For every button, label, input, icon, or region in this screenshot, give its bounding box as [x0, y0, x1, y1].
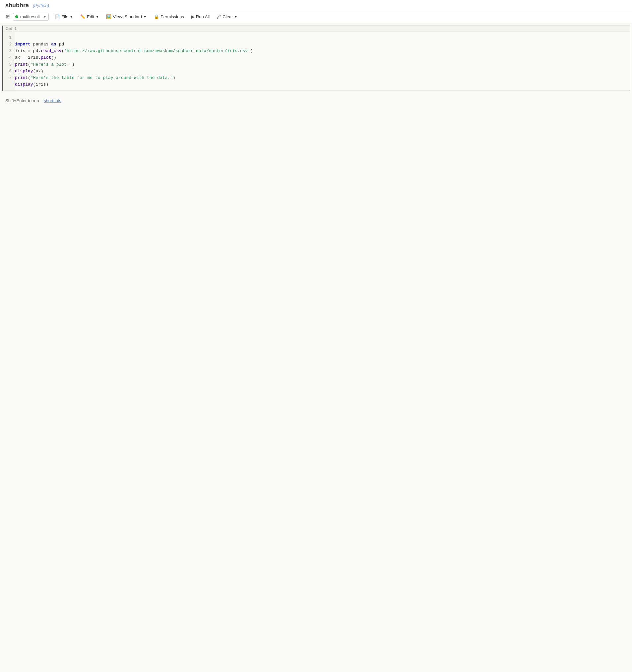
eraser-icon: 🖊	[217, 14, 221, 19]
chevron-down-icon: ▼	[143, 15, 147, 19]
notebook-icon: ⊞	[6, 14, 10, 20]
view-icon: 🖼️	[106, 14, 112, 19]
code-cell-body[interactable]: 1 2 3 4 5 6 7 import pandas as pd iris =…	[3, 32, 630, 91]
app-subtitle: (Python)	[33, 3, 49, 8]
view-menu-button[interactable]: 🖼️ View: Standard ▼	[103, 13, 150, 21]
line-numbers: 1 2 3 4 5 6 7	[3, 32, 15, 91]
file-menu-button[interactable]: 📄 File ▼	[51, 13, 76, 21]
toolbar: ⊞ multiresult ▼ 📄 File ▼ ✏️ Edit ▼ 🖼️ Vi…	[0, 11, 632, 22]
chevron-down-icon: ▼	[43, 15, 46, 19]
code-editor[interactable]: import pandas as pd iris = pd.read_csv('…	[15, 32, 630, 91]
shortcuts-link[interactable]: shortcuts	[44, 98, 62, 103]
notebook-icon-button[interactable]: ⊞	[3, 13, 12, 21]
clear-button[interactable]: 🖊 Clear ▼	[214, 13, 241, 21]
kernel-name: multiresult	[20, 14, 40, 19]
shortcuts-area: Shift+Enter to run shortcuts	[0, 94, 632, 107]
run-icon: ▶	[191, 14, 195, 19]
lock-icon: 🔒	[154, 14, 159, 19]
chevron-down-icon: ▼	[70, 15, 73, 19]
kernel-status-dot	[15, 15, 18, 18]
edit-menu-button[interactable]: ✏️ Edit ▼	[77, 13, 102, 21]
app-title: shubhra	[5, 2, 29, 9]
run-hint: Shift+Enter to run	[5, 98, 39, 103]
kernel-selector[interactable]: multiresult ▼	[13, 13, 49, 21]
file-icon: 📄	[55, 14, 60, 19]
permissions-button[interactable]: 🔒 Permissions	[150, 13, 187, 21]
chevron-down-icon: ▼	[234, 15, 237, 19]
run-all-button[interactable]: ▶ Run All	[188, 13, 213, 21]
chevron-down-icon: ▼	[96, 15, 99, 19]
notebook-area: Cmd 1 1 2 3 4 5 6 7 import pandas as pd …	[0, 22, 632, 94]
cell-label: Cmd 1	[6, 26, 17, 31]
code-cell[interactable]: Cmd 1 1 2 3 4 5 6 7 import pandas as pd …	[2, 26, 630, 91]
edit-icon: ✏️	[80, 14, 86, 19]
cell-header: Cmd 1	[3, 26, 630, 32]
title-bar: shubhra (Python)	[0, 0, 632, 11]
